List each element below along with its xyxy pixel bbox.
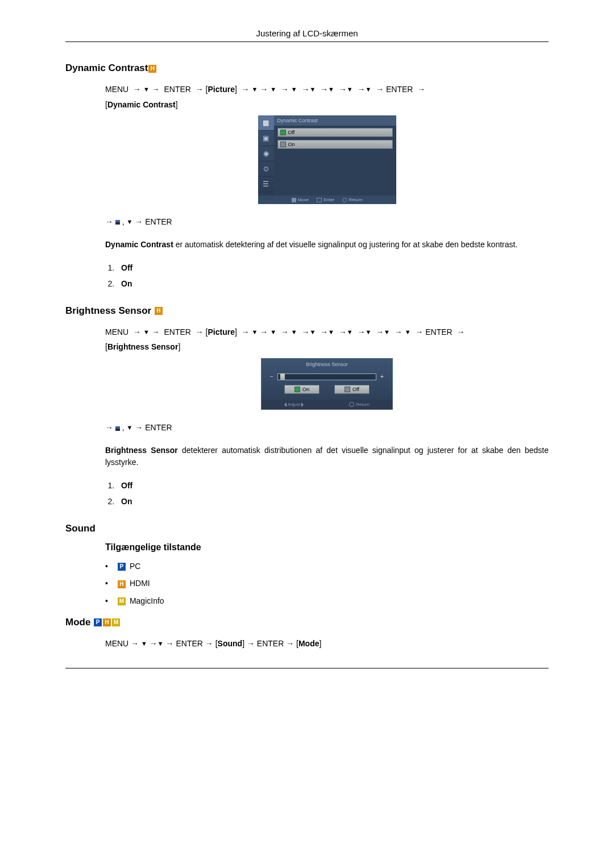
nav-menu: MENU	[105, 85, 128, 94]
square-icon	[115, 220, 120, 225]
option-on: On	[121, 497, 132, 506]
osd-sidebar-item: ◉	[258, 146, 274, 161]
osd-footer-move: Move	[292, 197, 309, 202]
nav-mode: Mode	[298, 639, 320, 648]
osd-footer-return: Return	[349, 402, 370, 407]
desc-rest: er automatisk detektering af det visuell…	[173, 240, 517, 249]
nav-enter: ENTER	[164, 85, 190, 94]
slider-track	[277, 373, 376, 380]
down-arrow-icon: ▼	[347, 326, 353, 338]
nav-enter: ENTER	[176, 639, 202, 648]
osd-sidebar-item: ▦	[258, 115, 274, 131]
down-arrow-icon: ▼	[270, 326, 276, 338]
down-arrow-icon: ▼	[143, 326, 150, 338]
osd-slider: − +	[262, 370, 392, 384]
list-item: PPC	[105, 562, 549, 571]
pc-icon: P	[94, 618, 102, 626]
down-arrow-icon: ▼	[309, 84, 316, 95]
nav-enter: ENTER	[164, 327, 190, 337]
down-arrow-icon: ▼	[347, 84, 353, 95]
nav-post-brightness-sensor: → , ▼ → ENTER	[105, 420, 549, 435]
check-icon	[280, 130, 286, 135]
down-arrow-icon: ▼	[365, 326, 371, 338]
osd-footer-return: Return	[342, 197, 362, 202]
page-footer-rule	[65, 668, 549, 668]
osd-option-label: On	[288, 142, 295, 147]
mode-label: PC	[130, 562, 140, 571]
brightness-sensor-title-text: Brightness Sensor	[65, 305, 151, 316]
list-item: Off	[117, 477, 549, 493]
osd-footer: Move Enter Return	[258, 196, 396, 204]
available-modes-heading: Tilgængelige tilstande	[105, 542, 549, 553]
nav-enter: ENTER	[145, 217, 172, 226]
list-item: On	[117, 276, 549, 292]
nav-enter: ENTER	[145, 423, 172, 432]
nav-post-dynamic-contrast: → , ▼ → ENTER	[105, 214, 549, 230]
down-arrow-icon: ▼	[270, 84, 276, 95]
pc-icon: P	[118, 563, 126, 571]
section-title-sound: Sound	[65, 523, 549, 534]
option-on: On	[121, 279, 132, 288]
slider-knob	[280, 373, 285, 380]
down-arrow-icon: ▼	[141, 638, 147, 650]
nav-menu: MENU	[105, 639, 128, 648]
hdmi-icon: H	[148, 65, 156, 73]
down-arrow-icon: ▼	[309, 326, 316, 338]
nav-dynamic-contrast-bracket: Dynamic Contrast	[107, 100, 176, 109]
nav-brightness-sensor-bracket: Brightness Sensor	[107, 342, 178, 351]
option-off: Off	[121, 481, 132, 490]
dynamic-contrast-description: Dynamic Contrast er automatisk detekteri…	[105, 239, 549, 251]
osd-option-on: On	[277, 140, 393, 149]
osd-sidebar-item: ▣	[258, 131, 274, 146]
nav-enter: ENTER	[425, 327, 452, 337]
down-arrow-icon: ▼	[127, 216, 133, 228]
check-icon	[345, 387, 350, 392]
option-off: Off	[121, 263, 132, 272]
magicinfo-icon: M	[118, 597, 126, 605]
nav-path-brightness-sensor: MENU → ▼ → ENTER → [Picture] → ▼ → ▼ → ▼…	[105, 325, 549, 355]
down-arrow-icon: ▼	[127, 422, 133, 434]
section-title-brightness-sensor: Brightness Sensor H	[65, 305, 549, 317]
down-arrow-icon: ▼	[405, 326, 411, 338]
list-item: On	[117, 493, 549, 509]
magicinfo-icon: M	[112, 618, 120, 626]
down-arrow-icon: ▼	[252, 84, 258, 95]
brightness-sensor-options-list: Off On	[105, 477, 549, 509]
osd-sidebar-item: ⊙	[258, 161, 274, 177]
osd-title: Brightness Sensor	[262, 359, 392, 370]
down-arrow-icon: ▼	[291, 326, 297, 338]
osd-footer-adjust: Adjust	[284, 402, 304, 407]
page-title: Justering af LCD-skærmen	[65, 28, 549, 42]
osd-button-label: On	[302, 387, 309, 392]
check-icon	[280, 142, 286, 147]
square-icon	[115, 426, 120, 431]
nav-picture: Picture	[208, 85, 234, 94]
plus-icon: +	[380, 373, 384, 380]
list-item: MMagicInfo	[105, 596, 549, 605]
section-title-dynamic-contrast: Dynamic ContrastH	[65, 63, 549, 74]
osd-footer: Adjust Return	[262, 400, 392, 409]
osd-footer-enter: Enter	[317, 197, 334, 202]
list-item: HHDMI	[105, 579, 549, 588]
hdmi-icon: H	[118, 580, 126, 588]
down-arrow-icon: ▼	[328, 84, 334, 95]
osd-button-label: Off	[352, 387, 359, 392]
dynamic-contrast-options-list: Off On	[105, 260, 549, 292]
check-icon	[294, 387, 300, 392]
down-arrow-icon: ▼	[252, 326, 258, 338]
nav-enter: ENTER	[257, 639, 284, 648]
osd-button-on: On	[284, 385, 320, 394]
osd-button-off: Off	[334, 385, 370, 394]
down-arrow-icon: ▼	[384, 326, 390, 338]
mode-title-text: Mode	[65, 617, 90, 628]
nav-picture: Picture	[208, 327, 234, 337]
desc-bold: Dynamic Contrast	[105, 240, 173, 249]
nav-sound: Sound	[218, 639, 243, 648]
down-arrow-icon: ▼	[143, 84, 150, 95]
nav-path-dynamic-contrast: MENU → ▼ → ENTER → [Picture] → ▼ → ▼ → ▼…	[105, 82, 549, 112]
osd-sidebar: ▦ ▣ ◉ ⊙ ☰	[258, 115, 274, 196]
desc-bold: Brightness Sensor	[105, 446, 178, 455]
osd-dynamic-contrast: ▦ ▣ ◉ ⊙ ☰ Dynamic Contrast Off On Move	[258, 115, 396, 204]
section-title-mode: Mode PHM	[65, 617, 549, 628]
brightness-sensor-description: Brightness Sensor detekterer automatisk …	[105, 445, 549, 468]
